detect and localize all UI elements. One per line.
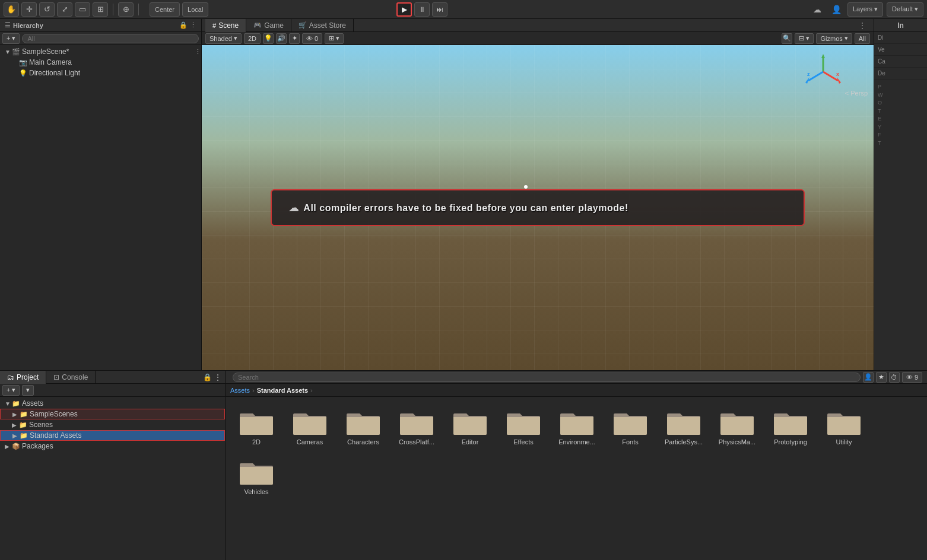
standard-assets-icon: 📁 bbox=[20, 432, 28, 440]
play-button[interactable]: ▶ bbox=[396, 2, 412, 17]
bottom-more-icon[interactable]: ⋮ bbox=[214, 373, 221, 381]
scale-tool-btn[interactable]: ⤢ bbox=[57, 2, 72, 17]
folder-item-editor[interactable]: Editor bbox=[446, 404, 494, 448]
folder-item-prototyping[interactable]: Prototyping bbox=[767, 404, 814, 448]
grid-btn[interactable]: ⊞ ▾ bbox=[325, 33, 344, 44]
tree-assets[interactable]: ▼ 📁 Assets bbox=[0, 398, 225, 409]
hierarchy-toolbar: + ▾ bbox=[0, 32, 201, 45]
extra-tool-btn[interactable]: ⊕ bbox=[118, 2, 134, 17]
view-options-btn[interactable]: ⊟ ▾ bbox=[795, 33, 814, 44]
tree-sample-scenes[interactable]: ▶ 📁 SampleScenes bbox=[0, 409, 225, 419]
show-view-btn[interactable]: ▾ bbox=[22, 385, 34, 396]
scene-toolbar: Shaded ▾ 2D 💡 🔊 ✦ 👁 0 ⊞ ▾ 🔍 ⊟ ▾ Gizmos ▾ bbox=[202, 32, 874, 45]
persp-text: < Persp bbox=[845, 90, 868, 97]
folder-label: Editor bbox=[462, 438, 479, 446]
folder-item-environme---[interactable]: Environme... bbox=[553, 404, 601, 448]
folder-item-vehicles[interactable]: Vehicles bbox=[233, 454, 280, 498]
tab-project[interactable]: 🗂 Project bbox=[0, 371, 46, 384]
step-button[interactable]: ⏭ bbox=[432, 2, 447, 17]
hierarchy-scene-item[interactable]: ▼ 🎬 SampleScene* ⋮ bbox=[0, 46, 201, 57]
2d-btn[interactable]: 2D bbox=[244, 33, 261, 44]
hierarchy-main-camera[interactable]: 📷 Main Camera bbox=[0, 57, 201, 68]
all-btn[interactable]: All bbox=[855, 33, 870, 44]
folder-label: Vehicles bbox=[245, 488, 269, 495]
tree-scenes[interactable]: ▶ 📁 Scenes bbox=[0, 419, 225, 430]
folder-item-particlesys---[interactable]: ParticleSys... bbox=[660, 404, 707, 448]
transform-tool-btn[interactable]: ⊞ bbox=[93, 2, 108, 17]
center-btn[interactable]: Center bbox=[150, 2, 180, 17]
folder-label: Utility bbox=[836, 438, 852, 446]
folder-item-characters[interactable]: Characters bbox=[339, 404, 387, 448]
inspector-item-ve: Ve bbox=[874, 44, 927, 56]
add-hierarchy-btn[interactable]: + ▾ bbox=[2, 33, 20, 44]
assets-label: Assets bbox=[22, 399, 43, 408]
inspector-item-di: Di bbox=[874, 32, 927, 44]
folder-item-physicsma---[interactable]: PhysicsMa... bbox=[713, 404, 761, 448]
hierarchy-directional-light[interactable]: 💡 Directional Light bbox=[0, 68, 201, 78]
svg-text:z: z bbox=[807, 71, 810, 77]
play-icon: ▶ bbox=[402, 5, 407, 14]
folder-label: Effects bbox=[513, 438, 533, 446]
toolbar-sep-2 bbox=[138, 4, 139, 15]
breadcrumb: Assets › Standard Assets › bbox=[226, 384, 927, 397]
hidden-layers-btn[interactable]: 👁 0 bbox=[302, 33, 322, 44]
pause-button[interactable]: ⏸ bbox=[414, 2, 430, 17]
filter-icon[interactable]: 👤 bbox=[863, 372, 874, 383]
scene-more[interactable]: ⋮ bbox=[195, 48, 201, 56]
account-icon-btn[interactable]: 👤 bbox=[828, 2, 844, 17]
hierarchy-more-icon[interactable]: ⋮ bbox=[190, 21, 196, 29]
bottom-right-panel: 👤 ★ ⏱ 👁 9 Assets › Standard Assets › 2D … bbox=[226, 371, 927, 560]
search-scene-icon[interactable]: 🔍 bbox=[782, 33, 792, 44]
folder-item-fonts[interactable]: Fonts bbox=[607, 404, 654, 448]
sample-scenes-icon: 📁 bbox=[20, 411, 28, 418]
recent-icon[interactable]: ⏱ bbox=[889, 372, 900, 383]
folder-item-crossplatf---[interactable]: CrossPlatf... bbox=[393, 404, 440, 448]
packages-label: Packages bbox=[22, 442, 53, 450]
folder-item-utility[interactable]: Utility bbox=[820, 404, 868, 448]
folder-item-cameras[interactable]: Cameras bbox=[286, 404, 334, 448]
hand-tool-btn[interactable]: ✋ bbox=[4, 2, 19, 17]
hierarchy-search-input[interactable] bbox=[22, 34, 199, 43]
gizmos-btn[interactable]: Gizmos ▾ bbox=[816, 33, 852, 44]
project-search-input[interactable] bbox=[233, 373, 861, 382]
breadcrumb-sep-1: › bbox=[252, 387, 255, 394]
inspector-item-ca: Ca bbox=[874, 56, 927, 68]
favorites-icon[interactable]: ★ bbox=[876, 372, 887, 383]
scene-gizmo[interactable]: x z bbox=[802, 51, 844, 93]
tab-asset-store[interactable]: 🛒 Asset Store bbox=[291, 19, 354, 32]
lighting-icon[interactable]: 💡 bbox=[263, 33, 274, 44]
hierarchy-menu-icon[interactable]: ☰ bbox=[5, 21, 11, 29]
scene-viewport[interactable]: x z < Persp ☁ All compiler errors have t… bbox=[202, 45, 874, 370]
folder-item-effects[interactable]: Effects bbox=[500, 404, 547, 448]
breadcrumb-assets[interactable]: Assets bbox=[230, 387, 250, 394]
layout-btn[interactable]: Default ▾ bbox=[887, 2, 923, 17]
audio-icon[interactable]: 🔊 bbox=[276, 33, 287, 44]
breadcrumb-standard-assets[interactable]: Standard Assets bbox=[257, 387, 308, 394]
pause-icon: ⏸ bbox=[418, 5, 426, 14]
local-btn[interactable]: Local bbox=[182, 2, 208, 17]
shading-label: Shaded bbox=[209, 35, 232, 42]
visibility-count-btn[interactable]: 👁 9 bbox=[902, 372, 922, 383]
layers-btn[interactable]: Layers ▾ bbox=[847, 2, 883, 17]
bottom-lock-icon[interactable]: 🔒 bbox=[203, 373, 212, 381]
fx-icon[interactable]: ✦ bbox=[289, 33, 300, 44]
tab-game[interactable]: 🎮 Game bbox=[246, 19, 291, 32]
hierarchy-panel: ☰ Hierarchy 🔒 ⋮ + ▾ ▼ 🎬 SampleScene* ⋮ bbox=[0, 19, 202, 370]
tree-packages[interactable]: ▶ 📦 Packages bbox=[0, 441, 225, 451]
rect-tool-btn[interactable]: ▭ bbox=[75, 2, 90, 17]
game-tab-icon: 🎮 bbox=[253, 21, 262, 29]
view-more-icon[interactable]: ⋮ bbox=[858, 21, 866, 30]
tab-console[interactable]: ⊡ Console bbox=[46, 371, 96, 384]
hierarchy-lock-icon[interactable]: 🔒 bbox=[179, 21, 188, 29]
tab-scene[interactable]: # Scene bbox=[205, 19, 246, 32]
add-asset-btn[interactable]: + ▾ bbox=[2, 385, 20, 396]
folder-label: Environme... bbox=[558, 438, 595, 446]
folder-item-2d[interactable]: 2D bbox=[233, 404, 280, 448]
move-tool-btn[interactable]: ✛ bbox=[21, 2, 37, 17]
cloud-icon-btn[interactable]: ☁ bbox=[809, 2, 825, 17]
tree-standard-assets[interactable]: ▶ 📁 Standard Assets bbox=[0, 430, 225, 441]
shading-mode-btn[interactable]: Shaded ▾ bbox=[205, 33, 242, 44]
camera-label: Main Camera bbox=[29, 58, 72, 66]
folder-label: Characters bbox=[347, 438, 379, 446]
rotate-tool-btn[interactable]: ↺ bbox=[39, 2, 55, 17]
